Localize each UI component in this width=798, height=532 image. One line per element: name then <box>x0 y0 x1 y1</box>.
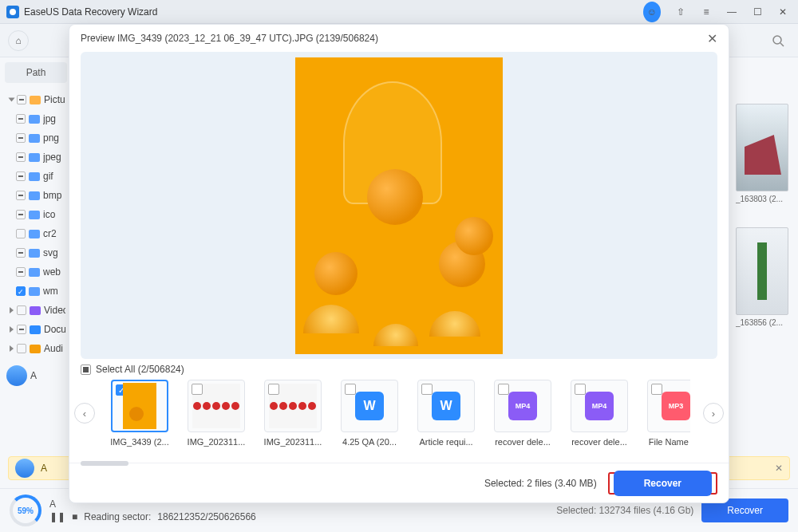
thumbnail[interactable]: MP4recover dele... <box>491 380 555 447</box>
modal-footer: Selected: 2 files (3.40 MB) Recover <box>69 463 729 502</box>
modal-selection-info: Selected: 2 files (3.40 MB) <box>484 478 597 489</box>
modal-header: Preview IMG_3439 (2023_12_21 06_39_47 UT… <box>69 25 729 52</box>
select-all-checkbox[interactable] <box>81 365 91 375</box>
thumbnail-strip: ‹ IMG_3439 (2...IMG_202311...IMG_202311.… <box>69 376 729 463</box>
mp3-icon: MP3 <box>662 392 690 420</box>
thumbnail-label: Article requi... <box>414 437 478 447</box>
thumbnail-checkbox[interactable] <box>345 384 356 395</box>
mp4-icon: MP4 <box>585 392 614 420</box>
strip-next-icon[interactable]: › <box>703 403 724 424</box>
strip-prev-icon[interactable]: ‹ <box>74 403 95 424</box>
thumbnail[interactable]: IMG_3439 (2... <box>108 380 172 447</box>
select-all-row[interactable]: Select All (2/506824) <box>69 359 729 376</box>
preview-image <box>295 57 503 354</box>
close-icon[interactable]: ✕ <box>707 31 717 46</box>
recover-button-highlight: Recover <box>608 472 717 495</box>
thumbnail-checkbox[interactable] <box>421 384 433 395</box>
thumbnail[interactable]: W4.25 QA (20... <box>338 380 401 447</box>
thumbnail[interactable]: MP3File Name L... <box>644 380 690 447</box>
thumbnail-label: File Name L... <box>644 437 690 447</box>
preview-modal: Preview IMG_3439 (2023_12_21 06_39_47 UT… <box>69 24 729 503</box>
thumbnail-label: recover dele... <box>491 437 555 447</box>
thumbnail-label: IMG_202311... <box>184 437 248 447</box>
thumbnail-label: recover dele... <box>567 437 631 447</box>
thumbnail[interactable]: IMG_202311... <box>261 380 325 447</box>
thumbnail-checkbox[interactable] <box>498 384 509 395</box>
word-icon: W <box>355 392 384 420</box>
thumbnail-label: 4.25 QA (20... <box>338 437 401 447</box>
thumbnail-label: IMG_3439 (2... <box>108 437 172 447</box>
thumbnail[interactable]: MP4recover dele... <box>567 380 631 447</box>
thumbnail[interactable]: IMG_202311... <box>184 380 248 447</box>
thumbnail-checkbox[interactable] <box>651 384 662 395</box>
mp4-icon: MP4 <box>508 392 537 420</box>
word-icon: W <box>432 392 460 420</box>
recover-button[interactable]: Recover <box>614 471 712 496</box>
select-all-label: Select All (2/506824) <box>96 364 184 375</box>
preview-area <box>81 52 717 359</box>
thumbnail-checkbox[interactable] <box>192 384 203 395</box>
modal-title: Preview IMG_3439 (2023_12_21 06_39_47 UT… <box>81 33 378 44</box>
thumbnail[interactable]: WArticle requi... <box>414 380 478 447</box>
thumbnail-checkbox[interactable] <box>268 384 279 395</box>
thumbnail-checkbox[interactable] <box>575 384 586 395</box>
thumbnail-label: IMG_202311... <box>261 437 325 447</box>
strip-scrollbar[interactable] <box>81 461 128 466</box>
